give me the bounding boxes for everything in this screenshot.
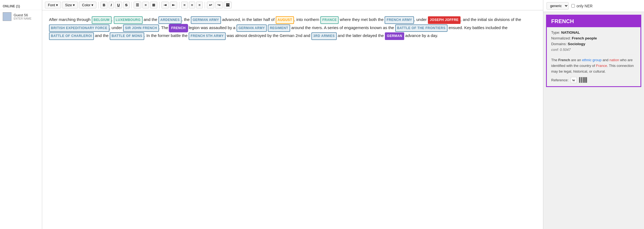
entity-type-field: Type: NATIONAL	[551, 30, 636, 35]
chevron-down-icon: ▾	[56, 3, 58, 7]
only-ner-label[interactable]: only NER	[571, 4, 593, 8]
align-right-button[interactable]: ≡	[196, 2, 203, 8]
align-left-button[interactable]: ≡	[181, 2, 188, 8]
france-link[interactable]: France	[596, 64, 607, 68]
entity-reference: Reference: W	[551, 77, 636, 83]
ner-tag-sir-john-french[interactable]: SIR JOHN FRENCH	[123, 24, 159, 32]
right-panel-wrapper: generic only NER FRENCH Type: NATIONAL N…	[543, 0, 644, 229]
online-header: ONLINE (1)	[0, 3, 42, 10]
size-dropdown[interactable]: Size ▾	[62, 2, 78, 8]
align-center-button[interactable]: ≡	[189, 2, 195, 8]
entity-card-body: Type: NATIONAL Normalized: French people…	[547, 27, 640, 86]
user-info: Guest 56 ENTER NAME	[14, 13, 32, 20]
ner-tag-august[interactable]: AUGUST	[276, 16, 294, 24]
ner-tag-german-army-1[interactable]: GERMAN ARMY	[191, 16, 221, 24]
type-label: Type:	[551, 30, 560, 35]
entity-card: FRENCH Type: NATIONAL Normalized: French…	[546, 15, 641, 87]
only-ner-checkbox[interactable]	[571, 4, 575, 8]
domains-label: Domains:	[551, 42, 567, 46]
entity-description: The French are an ethnic group and natio…	[551, 54, 636, 74]
font-dropdown[interactable]: Font ▾	[45, 2, 61, 8]
ner-tag-belgium[interactable]: BELGIUM	[92, 16, 112, 24]
ner-tag-regiment[interactable]: REGIMENT	[268, 24, 290, 32]
domains-value: Sociology	[568, 42, 585, 46]
unordered-list-button[interactable]: ☰	[134, 2, 141, 8]
italic-button[interactable]: I	[109, 2, 114, 8]
ner-tag-ardennes[interactable]: ARDENNES	[158, 16, 182, 24]
separator	[159, 2, 160, 8]
outdent-button[interactable]: ⇤	[170, 2, 177, 8]
underline-button[interactable]: U	[115, 2, 122, 8]
bold-button[interactable]: B	[100, 2, 107, 8]
reference-label: Reference:	[551, 78, 569, 82]
nation-link[interactable]: nation	[609, 58, 619, 62]
only-ner-text: only NER	[576, 4, 593, 8]
ner-tag-battle-charleroi[interactable]: BATTLE OF CHARLEROI	[49, 32, 94, 40]
separator	[179, 2, 179, 8]
ner-tag-joseph-joffre[interactable]: JOSEPH JOFFRE	[428, 16, 461, 24]
barcode-icon[interactable]	[579, 77, 587, 83]
entity-card-title: FRENCH	[547, 16, 640, 27]
avatar	[3, 12, 11, 21]
redo-button[interactable]: ↪	[215, 2, 223, 8]
font-label: Font	[48, 3, 55, 7]
separator	[131, 2, 132, 8]
editor-content[interactable]: After marching through BELGIUM, LUXEMBOU…	[42, 10, 543, 229]
ner-tag-french-selected[interactable]: FRENCH	[169, 24, 188, 32]
strikethrough-button[interactable]: S	[123, 2, 130, 8]
ner-tag-french-5th-army[interactable]: FRENCH 5TH ARMY	[189, 32, 226, 40]
user-item: Guest 56 ENTER NAME	[0, 10, 42, 23]
indent-button[interactable]: ⇥	[161, 2, 169, 8]
ner-tag-battle-mons[interactable]: BATTLE OF MONS	[110, 32, 144, 40]
conf-value: 0.5047	[560, 48, 571, 52]
ner-tag-luxembourg[interactable]: LUXEMBOURG	[114, 16, 143, 24]
ner-tag-3rd-armies[interactable]: 3RD ARMIES	[311, 32, 337, 40]
ner-tag-french-army[interactable]: FRENCH ARMY	[385, 16, 414, 24]
wikipedia-icon[interactable]: W	[571, 77, 577, 83]
chevron-down-icon: ▾	[91, 3, 93, 7]
entity-domains-field: Domains: Sociology	[551, 42, 636, 46]
normalized-label: Normalized:	[551, 36, 571, 40]
user-enter-label[interactable]: ENTER NAME	[14, 17, 32, 20]
ner-tag-battle-frontiers[interactable]: BATTLE OF THE FRONTIERS	[395, 24, 447, 32]
separator	[205, 2, 205, 8]
type-value: NATIONAL	[561, 30, 580, 35]
ner-tag-german-army-2[interactable]: GERMAN ARMY	[237, 24, 267, 32]
entity-conf-field: conf: 0.5047	[551, 48, 636, 52]
top-controls: generic only NER	[543, 0, 644, 12]
ordered-list-button[interactable]: ≡	[142, 2, 149, 8]
ner-tag-british-exp-force[interactable]: BRITISH EXPEDITIONARY FORCE	[49, 24, 109, 32]
image-button[interactable]: 🖼	[224, 2, 232, 8]
color-dropdown[interactable]: Color ▾	[79, 2, 96, 8]
table-button[interactable]: ⊞	[150, 2, 157, 8]
sidebar: ONLINE (1) Guest 56 ENTER NAME	[0, 0, 42, 229]
color-label: Color	[82, 3, 90, 7]
ner-tag-german[interactable]: GERMAN	[385, 32, 404, 40]
separator	[98, 2, 99, 8]
undo-button[interactable]: ↩	[207, 2, 214, 8]
user-name: Guest 56	[14, 13, 32, 17]
size-label: Size	[65, 3, 72, 7]
entity-normalized-field: Normalized: French people	[551, 36, 636, 40]
conf-label: conf:	[551, 48, 559, 52]
normalized-value: French people	[572, 36, 597, 40]
ethnic-group-link[interactable]: ethnic group	[582, 58, 602, 62]
main-editor-area: Font ▾ Size ▾ Color ▾ B I U S ☰ ≡ ⊞ ⇥ ⇤	[42, 0, 543, 229]
ner-tag-france[interactable]: FRANCE	[320, 16, 339, 24]
model-dropdown[interactable]: generic	[547, 2, 569, 10]
toolbar: Font ▾ Size ▾ Color ▾ B I U S ☰ ≡ ⊞ ⇥ ⇤	[42, 0, 543, 10]
chevron-down-icon: ▾	[73, 3, 75, 7]
